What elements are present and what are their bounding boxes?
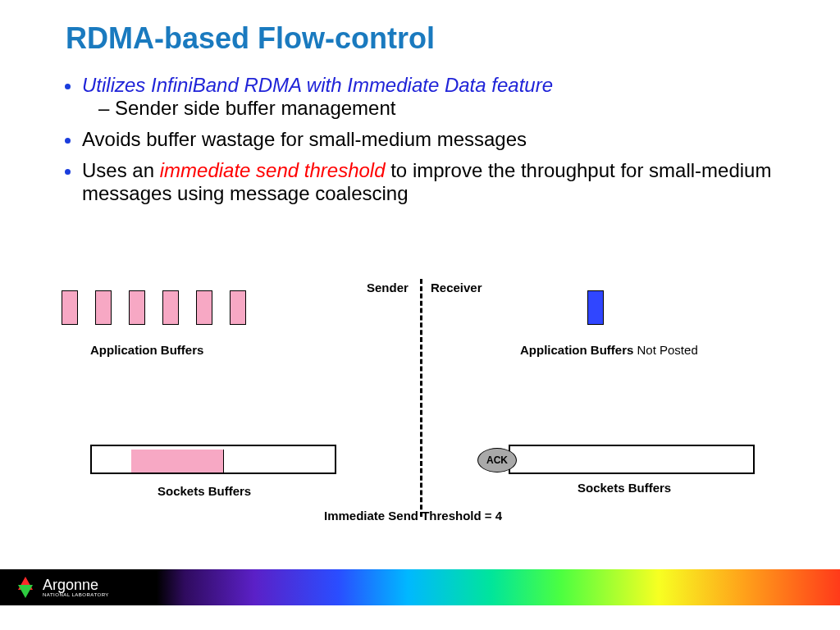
receiver-label: Receiver: [431, 281, 482, 294]
socket-slot: [212, 450, 224, 472]
bullet-3-pre: Uses an: [82, 159, 160, 181]
footer-rainbow-gradient: [143, 569, 840, 605]
diagram-canvas: Sender Receiver Application Buffers Appl…: [0, 279, 840, 550]
bullet-3-red: immediate send threshold: [160, 159, 390, 181]
sockets-buffers-right-label: Sockets Buffers: [578, 481, 671, 495]
sender-app-buffer: [230, 290, 246, 325]
socket-slot: [177, 450, 189, 472]
socket-slot: [200, 450, 212, 472]
footer-logo-text: Argonne NATIONAL LABORATORY: [43, 578, 109, 597]
receiver-app-buffer: [587, 290, 604, 325]
sender-label: Sender: [367, 281, 409, 294]
sockets-buffers-left-label: Sockets Buffers: [158, 484, 251, 498]
ack-badge: ACK: [477, 448, 517, 472]
slide-title: RDMA-based Flow-control: [66, 21, 435, 56]
sender-sockets-buffer: [90, 445, 336, 474]
argonne-prism-icon: [15, 577, 36, 598]
ack-text: ACK: [486, 454, 508, 466]
socket-slot: [131, 450, 144, 472]
sender-receiver-divider: [420, 279, 422, 517]
socket-slot: [143, 450, 155, 472]
slide: RDMA-based Flow-control Utilizes InfiniB…: [0, 0, 840, 630]
socket-slot: [189, 450, 201, 472]
bullet-1-sub: Sender side buffer management: [98, 97, 779, 120]
footer-org-name: Argonne: [43, 578, 109, 592]
footer-logo: Argonne NATIONAL LABORATORY: [0, 569, 143, 605]
footer-bar: Argonne NATIONAL LABORATORY: [0, 569, 840, 605]
sender-app-buffer: [62, 290, 78, 325]
app-buffers-bold: Application Buffers: [520, 343, 633, 357]
socket-slot: [154, 450, 167, 472]
sender-app-buffer: [129, 290, 145, 325]
footer-org-tagline: NATIONAL LABORATORY: [43, 592, 109, 597]
sender-app-buffer: [95, 290, 112, 325]
app-buffers-plain: Not Posted: [633, 343, 697, 357]
bullet-2: Avoids buffer wastage for small-medium m…: [82, 128, 779, 151]
sender-app-buffer: [162, 290, 179, 325]
app-buffers-label: Application Buffers: [90, 343, 203, 357]
bullet-3: Uses an immediate send threshold to impr…: [82, 159, 779, 205]
receiver-sockets-buffer: [509, 445, 755, 474]
socket-slot: [166, 450, 178, 472]
bullet-1: Utilizes InfiniBand RDMA with Immediate …: [82, 74, 779, 120]
app-buffers-not-posted-label: Application Buffers Not Posted: [520, 343, 698, 357]
bullet-list: Utilizes InfiniBand RDMA with Immediate …: [66, 74, 779, 213]
sender-app-buffer: [196, 290, 212, 325]
bullet-1-text: Utilizes InfiniBand RDMA with Immediate …: [82, 74, 553, 96]
threshold-label: Immediate Send Threshold = 4: [324, 509, 502, 523]
